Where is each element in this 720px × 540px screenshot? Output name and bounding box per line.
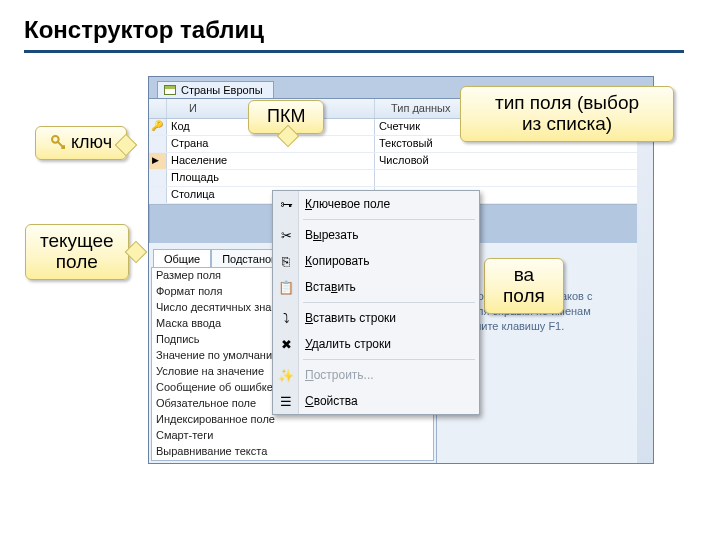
menu-item: ✨Построить... bbox=[273, 362, 479, 388]
key-icon bbox=[50, 134, 66, 150]
menu-separator bbox=[303, 359, 475, 360]
property-label: Маска ввода bbox=[152, 316, 290, 332]
callout-current-field: текущееполе bbox=[25, 224, 129, 280]
build-icon: ✨ bbox=[277, 366, 295, 384]
cut-icon: ✂ bbox=[277, 226, 295, 244]
tab-label: Страны Европы bbox=[181, 84, 263, 96]
page-title: Конструктор таблиц bbox=[0, 0, 720, 50]
property-value[interactable] bbox=[290, 444, 433, 460]
field-type-cell[interactable] bbox=[375, 170, 653, 186]
paste-icon: 📋 bbox=[277, 278, 295, 296]
field-type-cell[interactable]: Числовой bbox=[375, 153, 653, 169]
callout-key: ключ bbox=[35, 126, 127, 160]
menu-item[interactable]: 📋Вставить bbox=[273, 274, 479, 300]
menu-item[interactable]: ⎘Копировать bbox=[273, 248, 479, 274]
key-icon: 🔑 bbox=[149, 120, 163, 131]
field-name-cell[interactable]: Население bbox=[167, 153, 375, 169]
property-label: Размер поля bbox=[152, 268, 290, 284]
row-selector[interactable]: ▶ bbox=[149, 153, 167, 169]
copy-icon: ⎘ bbox=[277, 252, 295, 270]
menu-item-label: Вставить строки bbox=[305, 311, 396, 325]
property-label: Обязательное поле bbox=[152, 396, 290, 412]
property-label: Сообщение об ошибке bbox=[152, 380, 290, 396]
menu-item-label: Копировать bbox=[305, 254, 370, 268]
menu-item[interactable]: ✖Удалить строки bbox=[273, 331, 479, 357]
callout-type: тип поля (выбориз списка) bbox=[460, 86, 674, 142]
insert-rows-icon: ⤵ bbox=[277, 309, 295, 327]
property-label: Условие на значение bbox=[152, 364, 290, 380]
field-row[interactable]: ▶НаселениеЧисловой bbox=[149, 153, 653, 170]
menu-item-label: Свойства bbox=[305, 394, 358, 408]
menu-separator bbox=[303, 219, 475, 220]
scrollbar[interactable] bbox=[637, 99, 653, 463]
key-icon: 🗝 bbox=[277, 195, 295, 213]
menu-item-label: Вырезать bbox=[305, 228, 358, 242]
field-name-cell[interactable]: Площадь bbox=[167, 170, 375, 186]
property-label: Индексированное поле bbox=[152, 412, 290, 428]
menu-item[interactable]: ☰Свойства bbox=[273, 388, 479, 414]
tab-table[interactable]: Страны Европы bbox=[157, 81, 274, 98]
menu-item[interactable]: ✂Вырезать bbox=[273, 222, 479, 248]
menu-item-label: Удалить строки bbox=[305, 337, 391, 351]
property-label: Значение по умолчани bbox=[152, 348, 290, 364]
property-label: Выравнивание текста bbox=[152, 444, 290, 460]
row-selector[interactable]: 🔑 bbox=[149, 119, 167, 135]
row-selector[interactable] bbox=[149, 170, 167, 186]
property-label: Смарт-теги bbox=[152, 428, 290, 444]
property-label: Подпись bbox=[152, 332, 290, 348]
menu-item[interactable]: 🗝Ключевое поле bbox=[273, 191, 479, 217]
property-label: Число десятичных знако bbox=[152, 300, 290, 316]
menu-item-label: Построить... bbox=[305, 368, 374, 382]
row-selector[interactable] bbox=[149, 187, 167, 203]
menu-item-label: Ключевое поле bbox=[305, 197, 390, 211]
table-icon bbox=[164, 85, 176, 95]
field-name-cell[interactable]: Страна bbox=[167, 136, 375, 152]
property-row[interactable]: Смарт-теги bbox=[152, 428, 433, 444]
context-menu: 🗝Ключевое поле✂Вырезать⎘Копировать📋Встав… bbox=[272, 190, 480, 415]
menu-item[interactable]: ⤵Вставить строки bbox=[273, 305, 479, 331]
callout-props-tail: ваполя bbox=[484, 258, 564, 314]
props-icon: ☰ bbox=[277, 392, 295, 410]
field-row[interactable]: Площадь bbox=[149, 170, 653, 187]
tab-general[interactable]: Общие bbox=[153, 249, 211, 267]
property-label: Формат поля bbox=[152, 284, 290, 300]
property-value[interactable] bbox=[290, 428, 433, 444]
row-selector[interactable] bbox=[149, 136, 167, 152]
title-underline bbox=[24, 50, 684, 53]
menu-item-label: Вставить bbox=[305, 280, 356, 294]
delete-rows-icon: ✖ bbox=[277, 335, 295, 353]
property-row[interactable]: Выравнивание текста bbox=[152, 444, 433, 460]
menu-separator bbox=[303, 302, 475, 303]
